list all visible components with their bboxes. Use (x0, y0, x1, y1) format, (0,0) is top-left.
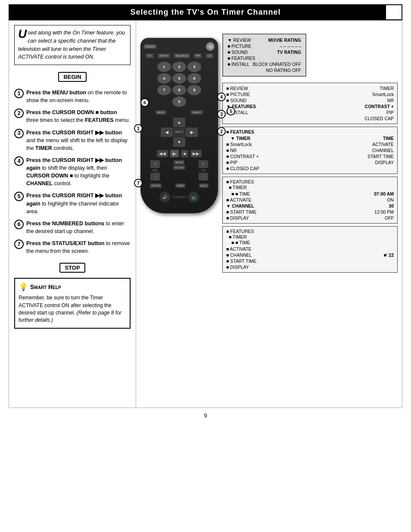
step-4: 4 Press the CURSOR RIGHT ▶▶ button again… (14, 156, 131, 188)
ch-button[interactable]: CH (206, 53, 213, 58)
screen-row-5: ■ INSTALL BLOCK UNRATED OFF (227, 61, 301, 67)
source-button[interactable]: SOURCE (174, 53, 190, 58)
rewind-button[interactable]: ◀◀ (157, 150, 168, 157)
right-panel: 1 2 3 4 5 6 (136, 21, 402, 408)
num-6-button[interactable]: 6 (187, 73, 201, 84)
num-7-button[interactable]: 7 (157, 85, 171, 95)
intro-box: U sed along with the On Timer feature, y… (14, 25, 131, 65)
smart-help-box: 💡 Smart Help Remember, be sure to turn t… (14, 278, 131, 329)
pip-button[interactable]: PIP (194, 53, 202, 58)
menu4-row-4: ■ DISPLAY (226, 264, 394, 270)
num-5-button[interactable]: 5 (172, 73, 186, 84)
vol-plus-button[interactable]: + (150, 160, 160, 168)
step-indicator-4: 4 (217, 93, 226, 101)
play-button[interactable]: ▶ (170, 150, 179, 157)
menu4-header: ■ FEATURES (226, 229, 394, 234)
input-button[interactable]: INPUT (158, 53, 170, 58)
ch-minus-button[interactable]: - (199, 173, 208, 180)
num-2-button[interactable]: 2 (172, 62, 186, 72)
cursor-right-button[interactable]: ▶ (186, 128, 198, 137)
screen-row-4: ■ FEATURES (227, 55, 301, 61)
menu2-row-5: ■ PIPDISPLAY (226, 159, 394, 165)
cursor-left-button[interactable]: ◀ (161, 128, 173, 137)
tv-button[interactable]: TV (145, 53, 154, 58)
menu2-row-4: ■ CONTRAST +START TIME (226, 153, 394, 159)
menu1-row-1: ■ REVIEWTIMER (226, 85, 394, 91)
menu-3: ■ FEATURES ■ TIMER ■ ■ TIME07:00 AM ■ AC… (222, 177, 398, 224)
clock-button[interactable]: CLOCK (173, 165, 186, 170)
num-3-button[interactable]: 3 (187, 62, 201, 72)
menu2-row-3: ■ NRCHANNEL (226, 147, 394, 153)
vol-minus-button[interactable]: - (150, 173, 160, 180)
num-0-button[interactable]: 0 (172, 96, 186, 107)
step-6-text: Press the NUMBERED buttons to enter the … (26, 220, 131, 235)
status-button[interactable]: STATUS (150, 184, 162, 188)
ch-label: CH (201, 169, 206, 172)
step-indicator-1: 1 (134, 124, 143, 133)
step-indicator-2: 2 (217, 127, 226, 136)
cursor-center-button[interactable]: SELECT (173, 128, 185, 137)
step-7: 7 Press the STATUS/EXIT button to remove… (14, 240, 131, 255)
step-2-text: Press the CURSOR DOWN ■ button three tim… (26, 109, 131, 124)
step-3-text: Press the CURSOR RIGHT ▶▶ button and the… (26, 129, 131, 152)
num-1-button[interactable]: 1 (157, 62, 171, 72)
step-2-num: 2 (14, 109, 24, 118)
step-indicator-6: 6 (140, 98, 149, 107)
remote-control: SLEEP ⏻ TV INPUT SOURCE PIP CH (140, 38, 218, 213)
menu3-row-3: ▼ CHANNEL30 (226, 203, 394, 209)
step-2: 2 Press the CURSOR DOWN ■ button three t… (14, 109, 131, 124)
step-6-num: 6 (14, 220, 24, 229)
first-screen: ▼ REVIEW MOVIE RATING ■ PICTURE – – – – … (222, 34, 306, 77)
smart-help-label: Smart Help (30, 283, 61, 290)
step-7-text: Press the STATUS/EXIT button to remove t… (26, 240, 131, 255)
page-header: Selecting the TV's On Timer Channel (9, 4, 402, 20)
ch-plus-button[interactable]: + (199, 160, 208, 168)
menu1-row-2: ■ PICTURESmartLock (226, 91, 394, 97)
num-9-button[interactable]: 9 (187, 85, 201, 95)
menu3-row-5: ■ DISPLAYOFF (226, 215, 394, 221)
step-5-num: 5 (14, 192, 24, 201)
cursor-down-button[interactable]: ▼ (173, 137, 185, 147)
step-4-text: Press the CURSOR RIGHT ▶▶ button again t… (26, 156, 131, 188)
menu3-subheader: ■ TIMER (226, 185, 394, 191)
menu4-subheader2: ■ ■ TIME (226, 240, 394, 246)
remote-section: 1 2 3 4 5 6 (140, 38, 218, 213)
smart-help-body: Remember, be sure to turn the Timer ACTI… (19, 294, 126, 324)
speaker-button[interactable]: 🔊 (159, 192, 170, 202)
left-panel: U sed along with the On Timer feature, y… (9, 21, 136, 408)
sleep-button[interactable]: SLEEP (144, 44, 156, 49)
menu-2: ■ FEATURES ▼ TIMERTIME ■ SmartLockACTIVA… (222, 127, 398, 174)
menu-button[interactable]: MENU (156, 110, 167, 115)
cursor-up-button[interactable]: ▲ (173, 118, 185, 127)
lightbulb-icon: 💡 (19, 282, 28, 292)
step-5: 5 Press the CURSOR RIGHT ▶▶ button again… (14, 192, 131, 215)
header-box (385, 4, 402, 20)
multi-button[interactable]: MULTI (199, 184, 209, 188)
num-8-button[interactable]: 8 (172, 85, 186, 95)
stop-badge: STOP (59, 263, 85, 273)
menu2-row-2: ■ SmartLockACTIVATE (226, 141, 394, 147)
vol-label: VOL (152, 169, 158, 172)
smart-help-title: 💡 Smart Help (19, 282, 126, 292)
menu3-row-1: ■ ■ TIME07:00 AM (226, 191, 394, 197)
num-4-button[interactable]: 4 (157, 73, 171, 84)
right-content-inner: 1 2 3 4 5 6 (140, 25, 398, 273)
fastfwd-button[interactable]: ▶▶ (190, 150, 202, 157)
mute-button[interactable]: MUTE (174, 160, 184, 165)
power-button[interactable]: ⏻ (206, 42, 215, 51)
step-3: 3 Press the CURSOR RIGHT ▶▶ button and t… (14, 129, 131, 152)
step-3-num: 3 (14, 129, 24, 138)
timer-button[interactable]: TIMER (175, 184, 185, 188)
menu-1: ■ REVIEWTIMER ■ PICTURESmartLock ■ SOUND… (222, 83, 398, 124)
menu2-row-6: ■ CLOSED CAP (226, 165, 394, 171)
media-button[interactable]: 📺 (188, 192, 199, 202)
page-number: 9 (0, 408, 411, 423)
screen-row-1: ▼ REVIEW MOVIE RATING (227, 37, 301, 43)
step-4-num: 4 (14, 156, 24, 166)
stop-button-ctrl[interactable]: ■ (181, 150, 188, 157)
step-5-text: Press the CURSOR RIGHT ▶▶ button again t… (26, 192, 131, 215)
smart-button[interactable]: SMART (190, 110, 203, 115)
menu2-header: ■ FEATURES (226, 129, 394, 135)
step-indicator-3: 3 (217, 110, 226, 118)
begin-badge: BEGIN (58, 72, 86, 82)
